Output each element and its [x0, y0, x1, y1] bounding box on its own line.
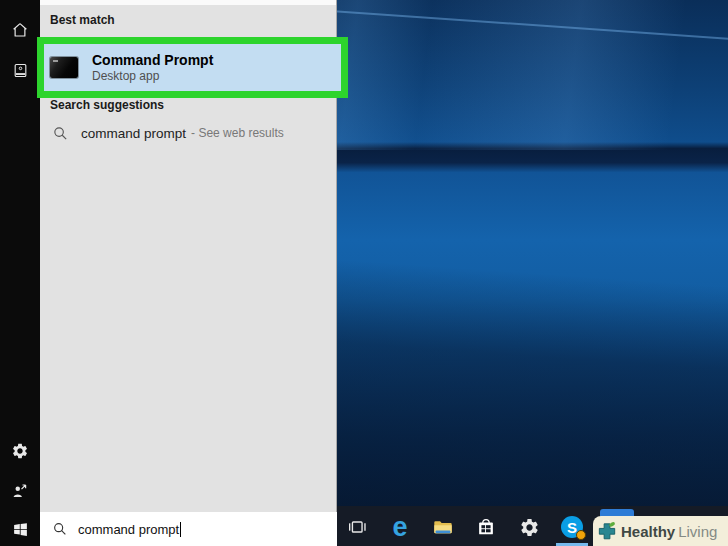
command-prompt-icon	[50, 57, 78, 78]
search-icon	[52, 521, 68, 537]
task-view-icon[interactable]	[344, 514, 370, 540]
search-suggestions-label: Search suggestions	[50, 98, 164, 112]
best-match-label: Best match	[50, 13, 115, 27]
text-cursor	[180, 522, 181, 537]
result-subtitle: Desktop app	[92, 69, 213, 83]
home-icon[interactable]	[0, 12, 40, 48]
best-match-result[interactable]: Command Prompt Desktop app	[44, 44, 341, 91]
windows-start-icon[interactable]	[0, 511, 40, 546]
documents-icon[interactable]	[0, 52, 40, 88]
skype-notification-badge	[576, 530, 586, 540]
brand-word-healthy: Healthy	[621, 523, 675, 540]
settings-gear-icon[interactable]	[0, 433, 40, 469]
suggestion-query: command prompt	[81, 126, 186, 141]
search-icon	[52, 125, 69, 142]
suggestion-suffix: - See web results	[191, 126, 284, 140]
start-menu-sidebar	[0, 0, 40, 546]
healthy-living-watermark: Healthy Living	[593, 516, 728, 546]
skype-circle: S	[561, 516, 583, 538]
settings-gear-icon[interactable]	[516, 514, 542, 540]
search-input-value: command prompt	[78, 522, 179, 537]
search-suggestion-item[interactable]: command prompt - See web results	[40, 118, 337, 148]
desktop-screen: e S	[0, 0, 728, 546]
skype-icon[interactable]: S	[559, 514, 585, 540]
feedback-icon[interactable]	[0, 473, 40, 509]
green-annotation-box: Command Prompt Desktop app	[37, 37, 348, 98]
result-title: Command Prompt	[92, 52, 213, 69]
file-explorer-icon[interactable]	[430, 514, 456, 540]
store-icon[interactable]	[473, 514, 499, 540]
panel-top-strip	[40, 0, 336, 5]
edge-glyph: e	[392, 515, 407, 539]
brand-word-living: Living	[678, 523, 717, 540]
medical-cross-leaf-icon	[596, 520, 619, 543]
edge-icon[interactable]: e	[387, 514, 413, 540]
taskbar-search-input[interactable]: command prompt	[40, 512, 337, 546]
